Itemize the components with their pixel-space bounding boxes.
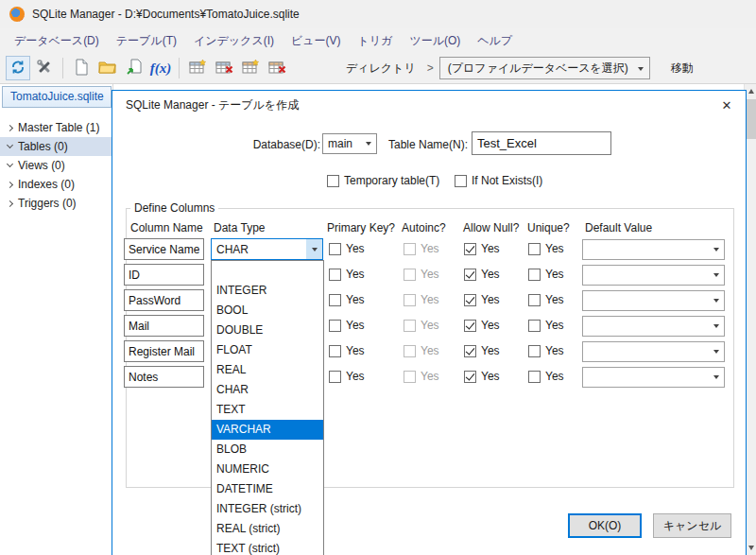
default-value-select[interactable] bbox=[582, 316, 725, 337]
drop-index-button[interactable] bbox=[265, 56, 289, 80]
go-button[interactable]: 移動 bbox=[662, 57, 703, 80]
column-name-input[interactable] bbox=[124, 289, 204, 311]
default-value-select[interactable] bbox=[582, 367, 725, 388]
chevron-down-icon bbox=[360, 134, 376, 153]
unique-checkbox[interactable] bbox=[528, 371, 541, 383]
chevron-right-icon[interactable] bbox=[5, 180, 15, 190]
yes-label: Yes bbox=[481, 242, 500, 255]
default-value-select[interactable] bbox=[582, 290, 725, 311]
primary-key-checkbox[interactable] bbox=[329, 320, 341, 332]
data-type-option[interactable] bbox=[212, 261, 323, 281]
column-name-input[interactable] bbox=[124, 264, 204, 286]
menu-database[interactable]: データベース(D) bbox=[6, 29, 108, 53]
data-type-option[interactable]: BLOB bbox=[212, 440, 323, 460]
data-type-option[interactable]: INTEGER (strict) bbox=[212, 499, 323, 519]
chevron-down-icon[interactable] bbox=[5, 142, 15, 152]
allow-null-checkbox[interactable] bbox=[464, 371, 476, 383]
tree-item-views[interactable]: Views (0) bbox=[0, 156, 112, 175]
primary-key-checkbox[interactable] bbox=[329, 345, 341, 357]
yes-label: Yes bbox=[346, 370, 365, 383]
menu-trigger[interactable]: トリガ bbox=[350, 29, 402, 53]
ok-button[interactable]: OK(O) bbox=[568, 513, 642, 538]
column-name-input[interactable] bbox=[124, 366, 204, 388]
unique-checkbox[interactable] bbox=[528, 345, 541, 357]
tree-item-master-table[interactable]: Master Table (1) bbox=[0, 118, 112, 137]
default-value-select[interactable] bbox=[582, 265, 725, 286]
chevron-right-icon[interactable] bbox=[5, 199, 15, 209]
chevron-down-icon bbox=[708, 317, 724, 336]
primary-key-group: Yes bbox=[329, 242, 365, 255]
unique-checkbox[interactable] bbox=[528, 294, 541, 306]
data-type-option[interactable]: VARCHAR bbox=[212, 420, 323, 440]
column-name-input[interactable] bbox=[124, 340, 204, 362]
toolbar-separator bbox=[62, 58, 63, 78]
yes-label: Yes bbox=[545, 344, 564, 357]
data-type-select[interactable]: CHAR bbox=[211, 238, 323, 260]
create-index-button[interactable] bbox=[238, 56, 263, 80]
open-database-button[interactable] bbox=[95, 56, 120, 80]
database-select[interactable]: main bbox=[322, 133, 377, 154]
header-unique: Unique? bbox=[527, 221, 570, 234]
unique-checkbox[interactable] bbox=[528, 243, 541, 255]
directory-button[interactable]: ディレクトリ bbox=[340, 57, 421, 80]
primary-key-checkbox[interactable] bbox=[329, 269, 341, 281]
data-type-option[interactable]: DATETIME bbox=[212, 479, 323, 499]
allow-null-checkbox[interactable] bbox=[464, 243, 476, 255]
allow-null-group: Yes bbox=[464, 344, 500, 357]
menubar: データベース(D) テーブル(T) インデックス(I) ビュー(V) トリガ ツ… bbox=[0, 28, 756, 53]
temporary-table-checkbox[interactable] bbox=[327, 175, 339, 187]
cancel-button[interactable]: キャンセル bbox=[653, 513, 731, 538]
tab-tomatojuice-sqlite[interactable]: TomatoJuice.sqlite bbox=[2, 86, 112, 108]
import-button[interactable] bbox=[122, 56, 146, 80]
data-type-option[interactable]: REAL bbox=[212, 360, 323, 380]
chevron-down-icon bbox=[708, 291, 724, 310]
primary-key-checkbox[interactable] bbox=[329, 371, 341, 383]
autoinc-group: Yes bbox=[404, 242, 439, 255]
tree-item-indexes[interactable]: Indexes (0) bbox=[0, 175, 112, 194]
primary-key-checkbox[interactable] bbox=[329, 243, 341, 255]
chevron-right-icon[interactable] bbox=[5, 123, 15, 133]
unique-checkbox[interactable] bbox=[528, 269, 541, 281]
menu-help[interactable]: ヘルプ bbox=[469, 29, 521, 53]
function-button[interactable]: f(x) bbox=[148, 56, 173, 80]
menu-tools[interactable]: ツール(O) bbox=[401, 29, 469, 53]
chevron-down-icon[interactable] bbox=[5, 161, 15, 171]
unique-checkbox[interactable] bbox=[528, 320, 541, 332]
allow-null-checkbox[interactable] bbox=[464, 320, 476, 332]
data-type-option[interactable]: NUMERIC bbox=[212, 460, 323, 479]
default-value-select[interactable] bbox=[582, 341, 725, 362]
if-not-exists-checkbox[interactable] bbox=[455, 175, 467, 187]
create-table-button[interactable] bbox=[185, 56, 210, 80]
menu-table[interactable]: テーブル(T) bbox=[108, 29, 185, 53]
default-value-select[interactable] bbox=[582, 239, 725, 260]
database-select-value: main bbox=[328, 134, 359, 153]
tree-item-triggers[interactable]: Triggers (0) bbox=[0, 194, 112, 213]
primary-key-checkbox[interactable] bbox=[329, 294, 341, 306]
column-definition-row: Yes Yes Yes Yes bbox=[112, 264, 747, 289]
drop-table-button[interactable] bbox=[212, 56, 236, 80]
settings-button[interactable] bbox=[32, 56, 57, 80]
scrollbar-thumb[interactable] bbox=[746, 99, 756, 139]
menu-view[interactable]: ビュー(V) bbox=[283, 29, 350, 53]
table-name-input[interactable] bbox=[472, 131, 611, 155]
menu-index[interactable]: インデックス(I) bbox=[185, 29, 283, 53]
column-name-input[interactable] bbox=[124, 238, 204, 260]
new-database-button[interactable] bbox=[69, 56, 94, 80]
tree-item-label: Views (0) bbox=[18, 159, 65, 172]
refresh-button[interactable] bbox=[6, 56, 30, 80]
data-type-option[interactable]: TEXT bbox=[212, 400, 323, 420]
allow-null-checkbox[interactable] bbox=[464, 294, 476, 306]
data-type-option[interactable]: TEXT (strict) bbox=[212, 539, 323, 555]
data-type-option[interactable]: DOUBLE bbox=[212, 321, 323, 340]
data-type-option[interactable]: REAL (strict) bbox=[212, 519, 323, 539]
data-type-option[interactable]: INTEGER bbox=[212, 281, 323, 301]
data-type-option[interactable]: BOOL bbox=[212, 301, 323, 321]
tree-item-tables[interactable]: Tables (0) bbox=[0, 137, 112, 156]
allow-null-checkbox[interactable] bbox=[464, 345, 476, 357]
profile-database-select[interactable]: (プロファイルデータベースを選択) bbox=[439, 57, 650, 79]
data-type-option[interactable]: CHAR bbox=[212, 380, 323, 400]
close-icon[interactable]: ✕ bbox=[713, 95, 740, 115]
column-name-input[interactable] bbox=[124, 315, 204, 337]
data-type-option[interactable]: FLOAT bbox=[212, 340, 323, 360]
allow-null-checkbox[interactable] bbox=[464, 269, 476, 281]
